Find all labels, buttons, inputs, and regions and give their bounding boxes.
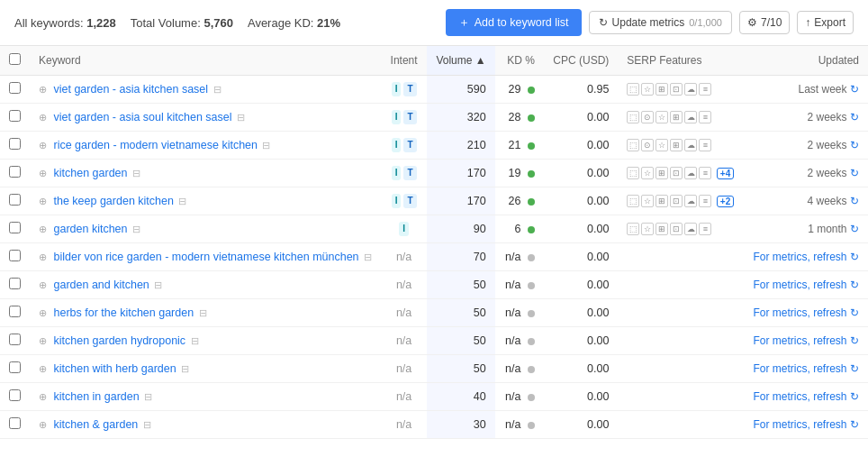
kd-dot <box>528 87 535 94</box>
refresh-icon[interactable]: ↻ <box>850 111 859 123</box>
keyword-link[interactable]: viet garden - asia soul kitchen sasel <box>53 111 231 123</box>
total-volume-stat: Total Volume: 5,760 <box>131 16 233 30</box>
updated-cell: For metrics, refresh ↻ <box>744 271 868 299</box>
row-checkbox[interactable] <box>9 82 21 94</box>
copy-icon[interactable]: ⊟ <box>154 279 162 290</box>
volume-header[interactable]: Volume ▲ <box>427 46 495 76</box>
copy-icon[interactable]: ⊟ <box>143 419 151 430</box>
copy-icon[interactable]: ⊟ <box>237 112 245 123</box>
copy-icon[interactable]: ⊟ <box>132 168 140 178</box>
keyword-link[interactable]: the keep garden kitchen <box>53 195 173 207</box>
expand-icon: ⊕ <box>39 196 47 206</box>
row-checkbox[interactable] <box>9 166 21 178</box>
kd-cell: n/a <box>495 327 544 355</box>
select-all-header[interactable] <box>0 46 30 76</box>
row-checkbox[interactable] <box>9 222 21 233</box>
copy-icon[interactable]: ⊟ <box>199 307 207 318</box>
intent-na: n/a <box>396 251 411 263</box>
copy-icon[interactable]: ⊟ <box>178 196 186 206</box>
kd-cell: n/a <box>495 243 544 271</box>
kd-dot <box>528 226 535 233</box>
keyword-link[interactable]: bilder von rice garden - modern vietname… <box>53 251 358 263</box>
refresh-button[interactable]: ↻ <box>850 306 859 319</box>
volume-cell: 210 <box>427 132 495 160</box>
serp-icon: ☆ <box>641 83 654 96</box>
copy-icon[interactable]: ⊟ <box>213 84 222 95</box>
updated-cell: For metrics, refresh ↻ <box>744 411 868 439</box>
refresh-button[interactable]: ↻ <box>850 390 859 403</box>
row-checkbox[interactable] <box>9 250 21 261</box>
row-checkbox[interactable] <box>9 138 21 150</box>
refresh-icon[interactable]: ↻ <box>850 139 859 151</box>
add-to-keyword-list-button[interactable]: ＋ Add to keyword list <box>446 9 582 36</box>
volume-cell: 50 <box>427 327 495 355</box>
row-checkbox[interactable] <box>9 306 21 317</box>
keyword-link[interactable]: garden and kitchen <box>53 279 149 291</box>
copy-icon[interactable]: ⊟ <box>262 140 270 151</box>
serp-icon: ⊞ <box>670 111 683 123</box>
keyword-link[interactable]: rice garden - modern vietnamese kitchen <box>53 139 258 151</box>
expand-icon: ⊕ <box>39 335 47 346</box>
settings-button[interactable]: ⚙ 7/10 <box>739 11 790 34</box>
serp-icon: ☆ <box>641 223 654 235</box>
row-checkbox[interactable] <box>9 417 21 429</box>
refresh-button[interactable]: ↻ <box>850 418 859 431</box>
update-metrics-button[interactable]: ↻ Update metrics 0/1,000 <box>589 11 732 34</box>
intent-badge-i: I <box>392 82 402 96</box>
table-header-row: Keyword Intent Volume ▲ KD % CPC (USD) S… <box>0 46 868 76</box>
keyword-link[interactable]: kitchen in garden <box>53 390 139 403</box>
refresh-icon[interactable]: ↻ <box>850 83 859 96</box>
serp-icon: ⊡ <box>670 83 683 96</box>
keyword-link[interactable]: kitchen & garden <box>53 418 138 431</box>
row-checkbox[interactable] <box>9 361 21 373</box>
serp-icon: ☁ <box>684 223 697 235</box>
expand-icon: ⊕ <box>39 224 47 234</box>
copy-icon[interactable]: ⊟ <box>191 335 199 346</box>
keyword-link[interactable]: herbs for the kitchen garden <box>53 306 194 319</box>
kd-dot <box>528 170 535 178</box>
volume-cell: 50 <box>427 355 495 383</box>
kd-dot <box>528 282 535 289</box>
copy-icon[interactable]: ⊟ <box>144 391 152 402</box>
refresh-button[interactable]: ↻ <box>850 251 859 263</box>
volume-cell: 70 <box>427 243 495 271</box>
intent-badge-t: T <box>403 110 416 124</box>
table-row: ⊕ viet garden - asia soul kitchen sasel … <box>0 104 868 132</box>
intent-badge-t: T <box>403 82 416 96</box>
copy-icon[interactable]: ⊟ <box>364 251 372 262</box>
keyword-link[interactable]: garden kitchen <box>53 223 127 235</box>
cpc-cell: 0.00 <box>544 243 618 271</box>
select-all-checkbox[interactable] <box>9 53 21 65</box>
refresh-button[interactable]: ↻ <box>850 279 859 291</box>
row-checkbox[interactable] <box>9 194 21 206</box>
intent-badge-i: I <box>392 138 402 152</box>
export-button[interactable]: ↑ Export <box>797 11 854 34</box>
refresh-icon[interactable]: ↻ <box>850 195 859 207</box>
keyword-link[interactable]: kitchen garden <box>53 167 127 179</box>
kd-cell: 21 <box>495 132 544 160</box>
serp-icon: ⬚ <box>627 111 639 123</box>
refresh-icon[interactable]: ↻ <box>850 167 859 179</box>
row-checkbox[interactable] <box>9 278 21 289</box>
serp-icon: ☆ <box>641 195 654 207</box>
volume-cell: 90 <box>427 215 495 243</box>
refresh-button[interactable]: ↻ <box>850 362 859 375</box>
row-checkbox[interactable] <box>9 389 21 401</box>
keyword-link[interactable]: kitchen with herb garden <box>53 362 176 375</box>
keyword-link[interactable]: kitchen garden hydroponic <box>53 334 185 347</box>
refresh-icon[interactable]: ↻ <box>850 223 859 235</box>
serp-features-cell <box>618 411 744 439</box>
kd-cell: 19 <box>495 160 544 187</box>
table-row: ⊕ kitchen in garden ⊟ n/a40n/a 0.00For m… <box>0 383 868 411</box>
keyword-link[interactable]: viet garden - asia kitchen sasel <box>53 83 208 96</box>
copy-icon[interactable]: ⊟ <box>132 224 140 234</box>
copy-icon[interactable]: ⊟ <box>181 363 189 374</box>
volume-cell: 170 <box>427 160 495 187</box>
row-checkbox[interactable] <box>9 334 21 345</box>
row-checkbox[interactable] <box>9 110 21 122</box>
serp-icon: ⬚ <box>627 195 639 207</box>
plus-icon: ＋ <box>458 14 470 31</box>
kd-dot <box>528 310 535 317</box>
refresh-button[interactable]: ↻ <box>850 334 859 347</box>
serp-features-cell <box>618 243 744 271</box>
